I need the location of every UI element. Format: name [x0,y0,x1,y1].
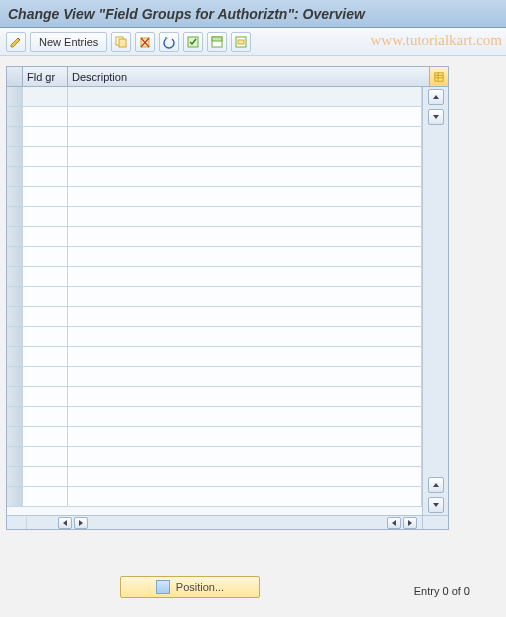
table-row[interactable] [7,147,422,167]
cell-fld-gr[interactable] [23,407,68,426]
delete-button[interactable] [135,32,155,52]
cell-description[interactable] [68,487,422,506]
copy-button[interactable] [111,32,131,52]
cell-description[interactable] [68,427,422,446]
cell-fld-gr[interactable] [23,247,68,266]
column-header-description[interactable]: Description [68,67,430,86]
cell-description[interactable] [68,167,422,186]
table-row[interactable] [7,407,422,427]
table-row[interactable] [7,167,422,187]
select-block-button[interactable] [207,32,227,52]
cell-fld-gr[interactable] [23,267,68,286]
configure-columns-button[interactable] [430,67,448,86]
table-row[interactable] [7,447,422,467]
cell-description[interactable] [68,327,422,346]
cell-description[interactable] [68,207,422,226]
cell-fld-gr[interactable] [23,227,68,246]
table-row[interactable] [7,467,422,487]
table-row[interactable] [7,107,422,127]
row-selector[interactable] [7,207,23,226]
table-row[interactable] [7,187,422,207]
toggle-edit-button[interactable] [6,32,26,52]
table-row[interactable] [7,287,422,307]
table-row[interactable] [7,487,422,507]
cell-description[interactable] [68,307,422,326]
new-entries-button[interactable]: New Entries [30,32,107,52]
row-selector[interactable] [7,87,23,106]
cell-fld-gr[interactable] [23,127,68,146]
cell-description[interactable] [68,227,422,246]
select-all-button[interactable] [183,32,203,52]
scroll-right-button[interactable] [403,517,417,529]
table-row[interactable] [7,247,422,267]
cell-description[interactable] [68,347,422,366]
undo-button[interactable] [159,32,179,52]
cell-description[interactable] [68,447,422,466]
cell-fld-gr[interactable] [23,427,68,446]
horizontal-scrollbar[interactable] [7,515,422,529]
cell-description[interactable] [68,187,422,206]
cell-description[interactable] [68,387,422,406]
row-selector[interactable] [7,467,23,486]
table-row[interactable] [7,367,422,387]
cell-description[interactable] [68,407,422,426]
row-selector[interactable] [7,107,23,126]
row-selector[interactable] [7,127,23,146]
deselect-all-button[interactable] [231,32,251,52]
scroll-down-button[interactable] [428,497,444,513]
row-selector[interactable] [7,407,23,426]
scroll-up-bottom-button[interactable] [428,477,444,493]
table-row[interactable] [7,127,422,147]
row-selector[interactable] [7,367,23,386]
cell-description[interactable] [68,467,422,486]
cell-fld-gr[interactable] [23,87,68,106]
scroll-right-left-button[interactable] [74,517,88,529]
cell-description[interactable] [68,247,422,266]
cell-fld-gr[interactable] [23,347,68,366]
cell-description[interactable] [68,107,422,126]
row-selector[interactable] [7,487,23,506]
row-selector[interactable] [7,387,23,406]
row-selector[interactable] [7,247,23,266]
cell-fld-gr[interactable] [23,327,68,346]
cell-fld-gr[interactable] [23,187,68,206]
row-selector[interactable] [7,307,23,326]
row-selector[interactable] [7,167,23,186]
cell-fld-gr[interactable] [23,107,68,126]
row-selector[interactable] [7,187,23,206]
table-row[interactable] [7,87,422,107]
table-row[interactable] [7,207,422,227]
position-button[interactable]: Position... [120,576,260,598]
cell-description[interactable] [68,267,422,286]
scroll-left-button[interactable] [58,517,72,529]
row-selector[interactable] [7,327,23,346]
cell-fld-gr[interactable] [23,387,68,406]
row-selector[interactable] [7,447,23,466]
cell-fld-gr[interactable] [23,167,68,186]
cell-fld-gr[interactable] [23,147,68,166]
cell-fld-gr[interactable] [23,207,68,226]
row-selector[interactable] [7,267,23,286]
column-header-fld-gr[interactable]: Fld gr [23,67,68,86]
row-selector[interactable] [7,287,23,306]
cell-description[interactable] [68,367,422,386]
row-selector[interactable] [7,147,23,166]
cell-fld-gr[interactable] [23,467,68,486]
table-row[interactable] [7,227,422,247]
table-row[interactable] [7,427,422,447]
table-row[interactable] [7,347,422,367]
scroll-up-button[interactable] [428,89,444,105]
table-row[interactable] [7,267,422,287]
cell-fld-gr[interactable] [23,447,68,466]
scroll-left-right-button[interactable] [387,517,401,529]
cell-fld-gr[interactable] [23,487,68,506]
table-row[interactable] [7,387,422,407]
scroll-down-top-button[interactable] [428,109,444,125]
table-row[interactable] [7,327,422,347]
cell-fld-gr[interactable] [23,307,68,326]
row-selector[interactable] [7,347,23,366]
cell-description[interactable] [68,287,422,306]
row-selector[interactable] [7,427,23,446]
cell-fld-gr[interactable] [23,287,68,306]
cell-description[interactable] [68,127,422,146]
